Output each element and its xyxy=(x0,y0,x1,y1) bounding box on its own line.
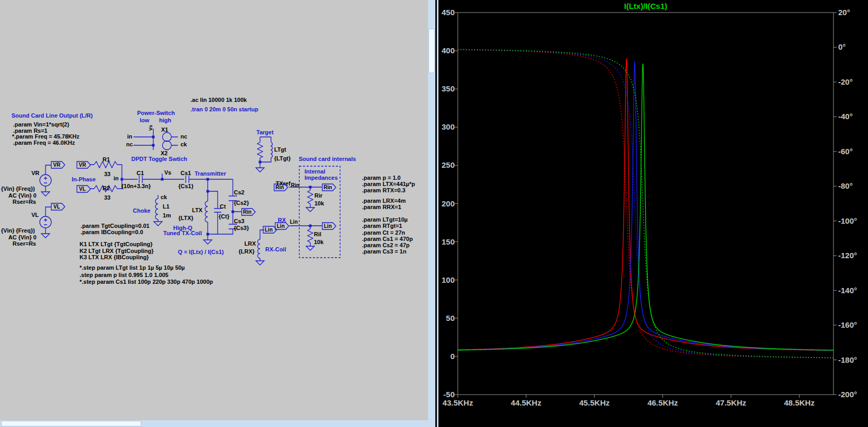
choke-label: Choke xyxy=(133,208,151,214)
k2-directive: K2 LTgt LRX {TgtCoupling} xyxy=(80,248,154,254)
param-freq-46: .param Freq = 46.0KHz xyxy=(13,140,75,146)
switch-low-label: low xyxy=(140,118,149,123)
vertical-scrollbar[interactable] xyxy=(428,0,435,427)
waveform-panel[interactable] xyxy=(438,0,868,427)
transmitter-label: Transmitter xyxy=(195,171,226,177)
x1-label: X1 xyxy=(161,127,168,133)
dpdt-label: DPDT Toggle Swtich xyxy=(131,156,187,162)
rir-label: Rir xyxy=(314,193,322,199)
param-cs3: .param Cs3 = 1n xyxy=(362,249,407,255)
cs2-label: Cs2 xyxy=(234,190,244,195)
flag-rin-right-text: Rin xyxy=(322,184,333,191)
ltspice-window: Sound Card Line Output (L/R).param Vin=1… xyxy=(0,0,868,427)
switch-in-label: in xyxy=(127,134,132,140)
vs-node-label: Vs xyxy=(164,170,171,176)
l1-value: 1m xyxy=(163,213,171,218)
ct-value: {Ct} xyxy=(219,214,229,220)
schematic-canvas[interactable]: Sound Card Line Output (L/R).param Vin=1… xyxy=(0,0,428,420)
l1-label: L1 xyxy=(163,204,170,210)
flag-rin-left-text: Rin xyxy=(274,184,285,191)
vl-value-1: {Vin} {Freq}) xyxy=(1,228,35,234)
vr-value-1: {Vin} {Freq}) xyxy=(1,186,35,192)
sound-card-line-output-label: Sound Card Line Output (L/R) xyxy=(12,113,93,119)
q-formula-label: Q = I(Ltx) / I(Cs1) xyxy=(178,249,224,255)
flag-rin-cs-text: Rin xyxy=(242,209,253,215)
rir-value: 10k xyxy=(314,201,324,206)
vl-name: VL xyxy=(31,212,39,218)
lrx-label: LRX xyxy=(244,241,256,247)
param-cs1: .param Cs1 = 470p xyxy=(362,236,413,242)
vr-name: VR xyxy=(31,170,39,176)
cs3-value: {Cs3} xyxy=(234,225,249,231)
switch-high-label: high xyxy=(159,118,171,123)
cs1-label: Cs1 xyxy=(181,170,191,176)
cs3-label: Cs3 xyxy=(234,218,244,224)
in-phase-label: In-Phase xyxy=(72,177,96,182)
step-ltgt-directive: *.step param LTgt list 1p 1µ 5µ 10µ 50µ xyxy=(80,265,185,271)
tran-directive: .tran 0 20m 0 50n startup xyxy=(190,107,258,112)
c1-value: {10n+3.3n} xyxy=(121,183,151,189)
param-ltx: .param LTX=441µ*p xyxy=(362,181,415,187)
internal-label: Internal xyxy=(305,169,325,175)
param-freq-4578: *.param Freq = 45.78KHz xyxy=(12,134,80,140)
ltx-label: LTX xyxy=(192,207,202,213)
param-lrx: .param LRX=4m xyxy=(362,198,405,204)
target-label: Target xyxy=(256,130,274,135)
r2-value: 33 xyxy=(104,195,110,201)
switch-nc-right-label: nc xyxy=(181,134,187,140)
vr-value-3: Rser=Rs xyxy=(13,199,36,205)
vr-value-2: AC {Vin} 0 xyxy=(8,193,37,199)
vs-rotated-label: Vs xyxy=(149,125,153,131)
r1-label: R1 xyxy=(103,157,110,163)
tuned-tx-coil-label: Tuned TX-Coil xyxy=(163,230,202,236)
param-cs2: .param Cs2 = 47p xyxy=(362,243,410,248)
step-cs1-directive: *.step param Cs1 list 100p 220p 330p 470… xyxy=(80,279,213,285)
rx-coil-label: RX-Coil xyxy=(265,247,286,252)
flag-lin-rx-text: Lin xyxy=(275,223,286,229)
param-rrx: .param RRX=1 xyxy=(362,204,401,210)
cs2-value: {Cs2} xyxy=(234,200,249,206)
param-ct: .param Ct = 27n xyxy=(362,230,405,236)
step-p-directive: .step param p list 0.995 1.0 1.005 xyxy=(80,272,168,278)
power-switch-label: Power-Switch xyxy=(137,110,175,116)
ltgt-label: LTgt xyxy=(274,147,286,153)
vl-value-3: Rser=Rs xyxy=(13,241,36,247)
k3-directive: K3 LTX LRX {IBCoupling} xyxy=(80,255,149,260)
lrx-value: {LRX} xyxy=(239,249,255,255)
switch-ck-right-label: ck xyxy=(181,142,187,147)
impedances-label: Impedances xyxy=(305,175,338,181)
sound-card-internals-label: Sound card internals xyxy=(299,156,356,162)
flag-vr-source-text: VR xyxy=(51,161,62,168)
param-p: .param p = 1.0 xyxy=(362,175,401,181)
ltgt-value: {LTgt} xyxy=(274,156,291,161)
flag-lin-right-text: Lin xyxy=(322,223,333,229)
in-node-label: in xyxy=(114,176,119,181)
param-tgtcoupling: .param TgtCoupling=0.01 xyxy=(81,223,150,229)
ril-label: Ril xyxy=(314,232,321,237)
switch-nc-left-label: nc xyxy=(126,142,133,147)
param-rtgt: .param RTgt=1 xyxy=(362,223,402,229)
horizontal-scrollbar-thumb[interactable] xyxy=(1,421,141,426)
ril-value: 10k xyxy=(314,239,323,245)
flag-vl-source-text: VL xyxy=(51,203,62,210)
param-ibcoupling: .param IBCoupling=0.0 xyxy=(81,229,143,235)
horizontal-scrollbar[interactable] xyxy=(0,420,428,427)
k1-directive: K1 LTX LTgt {TgtCoupling} xyxy=(80,241,153,247)
param-rtx: .param RTX=0.3 xyxy=(362,188,405,193)
r1-value: 33 xyxy=(104,171,110,177)
flag-lin-lrx-text: Lin xyxy=(263,226,274,233)
vertical-scrollbar-thumb[interactable] xyxy=(429,29,435,73)
ct-label: Ct xyxy=(220,204,226,210)
cs1-value: {Cs1} xyxy=(178,183,194,189)
rin-node-label: Rin xyxy=(291,183,299,188)
param-vin: .param Vin=1*sqrt(2) xyxy=(13,122,69,128)
flag-vr-r1-text: VR xyxy=(77,161,88,168)
ac-directive: .ac lin 10000 1k 100k xyxy=(190,97,247,103)
c1-label: C1 xyxy=(137,170,144,176)
vl-value-2: AC {Vin} 0 xyxy=(8,235,37,240)
lin-node-label: Lin xyxy=(290,220,298,225)
ck-node-label: ck xyxy=(161,194,167,200)
ltx-value: {LTX} xyxy=(178,215,194,221)
schematic-text-layer: Sound Card Line Output (L/R).param Vin=1… xyxy=(0,0,428,420)
r2-label: R2 xyxy=(103,186,110,191)
